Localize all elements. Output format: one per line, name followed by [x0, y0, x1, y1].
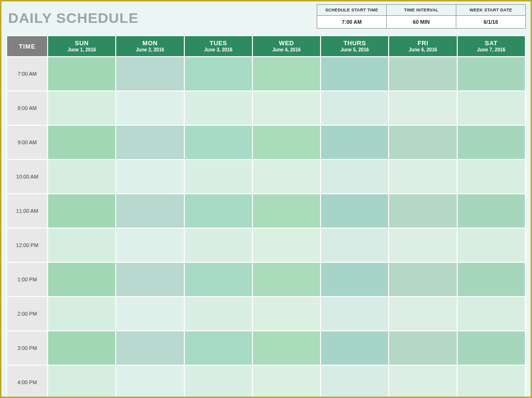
time-row: 12:00 PM [7, 228, 525, 262]
param-week-start-value[interactable]: 6/1/16 [456, 16, 525, 28]
schedule-cell[interactable] [252, 297, 321, 331]
time-header: TIME [7, 36, 48, 57]
schedule-cell[interactable] [184, 297, 252, 331]
schedule-cell[interactable] [252, 57, 321, 91]
schedule-cell[interactable] [48, 159, 116, 194]
schedule-cell[interactable] [321, 57, 389, 91]
schedule-cell[interactable] [184, 159, 252, 194]
schedule-cell[interactable] [252, 159, 321, 194]
time-label: 4:00 PM [7, 365, 48, 398]
schedule-cell[interactable] [48, 91, 116, 125]
schedule-cell[interactable] [48, 365, 116, 398]
schedule-cell[interactable] [457, 194, 525, 228]
param-interval-value[interactable]: 60 MIN [387, 16, 456, 28]
day-date: June 5, 2016 [321, 47, 388, 53]
schedule-cell[interactable] [457, 125, 525, 159]
schedule-cell[interactable] [252, 262, 321, 297]
schedule-cell[interactable] [252, 365, 321, 398]
schedule-cell[interactable] [184, 228, 252, 262]
schedule-cell[interactable] [457, 228, 525, 262]
schedule-cell[interactable] [116, 194, 184, 228]
schedule-cell[interactable] [457, 91, 525, 125]
schedule-cell[interactable] [252, 125, 321, 159]
schedule-cell[interactable] [389, 159, 457, 194]
header-row: TIME SUNJune 1, 2016 MONJune 2, 2016 TUE… [7, 36, 525, 57]
day-header-mon: MONJune 2, 2016 [116, 36, 184, 57]
day-abbr: SAT [458, 40, 525, 47]
time-label: 10:00 AM [7, 159, 48, 194]
page-title: DAILY SCHEDULE [8, 10, 139, 26]
schedule-cell[interactable] [116, 159, 184, 194]
day-date: June 1, 2016 [48, 47, 115, 53]
schedule-cell[interactable] [116, 331, 184, 365]
schedule-cell[interactable] [48, 194, 116, 228]
schedule-cell[interactable] [252, 331, 321, 365]
schedule-cell[interactable] [457, 262, 525, 297]
schedule-cell[interactable] [48, 297, 116, 331]
schedule-cell[interactable] [252, 194, 321, 228]
time-label: 2:00 PM [7, 297, 48, 331]
schedule-cell[interactable] [116, 365, 184, 398]
schedule-cell[interactable] [184, 331, 252, 365]
day-header-sun: SUNJune 1, 2016 [48, 36, 116, 57]
schedule-cell[interactable] [184, 194, 252, 228]
time-label: 1:00 PM [7, 262, 48, 297]
schedule-cell[interactable] [184, 125, 252, 159]
schedule-cell[interactable] [116, 228, 184, 262]
schedule-cell[interactable] [457, 331, 525, 365]
schedule-cell[interactable] [321, 125, 389, 159]
schedule-cell[interactable] [116, 262, 184, 297]
schedule-cell[interactable] [457, 297, 525, 331]
param-week-start: WEEK START DATE 6/1/16 [456, 4, 525, 29]
time-label: 3:00 PM [7, 331, 48, 365]
schedule-grid-wrap: TIME SUNJune 1, 2016 MONJune 2, 2016 TUE… [1, 29, 531, 398]
schedule-cell[interactable] [389, 297, 457, 331]
schedule-cell[interactable] [389, 228, 457, 262]
schedule-cell[interactable] [48, 262, 116, 297]
schedule-cell[interactable] [321, 159, 389, 194]
schedule-cell[interactable] [48, 331, 116, 365]
schedule-cell[interactable] [116, 125, 184, 159]
schedule-cell[interactable] [457, 365, 525, 398]
schedule-cell[interactable] [321, 262, 389, 297]
time-label: 7:00 AM [7, 57, 48, 91]
schedule-cell[interactable] [321, 297, 389, 331]
schedule-cell[interactable] [321, 365, 389, 398]
schedule-cell[interactable] [252, 91, 321, 125]
schedule-cell[interactable] [184, 91, 252, 125]
schedule-cell[interactable] [457, 57, 525, 91]
schedule-cell[interactable] [389, 331, 457, 365]
schedule-cell[interactable] [252, 228, 321, 262]
schedule-cell[interactable] [184, 262, 252, 297]
parameter-panel: SCHEDULE START TIME 7:00 AM TIME INTERVA… [317, 4, 526, 29]
schedule-cell[interactable] [184, 57, 252, 91]
schedule-cell[interactable] [321, 331, 389, 365]
schedule-cell[interactable] [389, 125, 457, 159]
day-header-sat: SATJune 7, 2016 [457, 36, 525, 57]
schedule-cell[interactable] [321, 91, 389, 125]
schedule-cell[interactable] [48, 228, 116, 262]
time-label: 8:00 AM [7, 91, 48, 125]
param-interval-label: TIME INTERVAL [387, 5, 456, 16]
schedule-cell[interactable] [321, 194, 389, 228]
time-row: 1:00 PM [7, 262, 525, 297]
day-abbr: TUES [185, 40, 252, 47]
param-start-time-value[interactable]: 7:00 AM [317, 16, 386, 28]
schedule-cell[interactable] [116, 297, 184, 331]
schedule-cell[interactable] [457, 159, 525, 194]
time-row: 11:00 AM [7, 194, 525, 228]
day-abbr: THURS [321, 40, 388, 47]
schedule-cell[interactable] [321, 228, 389, 262]
schedule-cell[interactable] [184, 365, 252, 398]
schedule-cell[interactable] [116, 57, 184, 91]
schedule-cell[interactable] [389, 365, 457, 398]
schedule-cell[interactable] [389, 57, 457, 91]
schedule-cell[interactable] [48, 57, 116, 91]
schedule-cell[interactable] [48, 125, 116, 159]
param-start-time-label: SCHEDULE START TIME [317, 5, 386, 16]
schedule-cell[interactable] [389, 91, 457, 125]
day-date: June 6, 2016 [389, 47, 456, 53]
schedule-cell[interactable] [389, 194, 457, 228]
schedule-cell[interactable] [116, 91, 184, 125]
schedule-cell[interactable] [389, 262, 457, 297]
